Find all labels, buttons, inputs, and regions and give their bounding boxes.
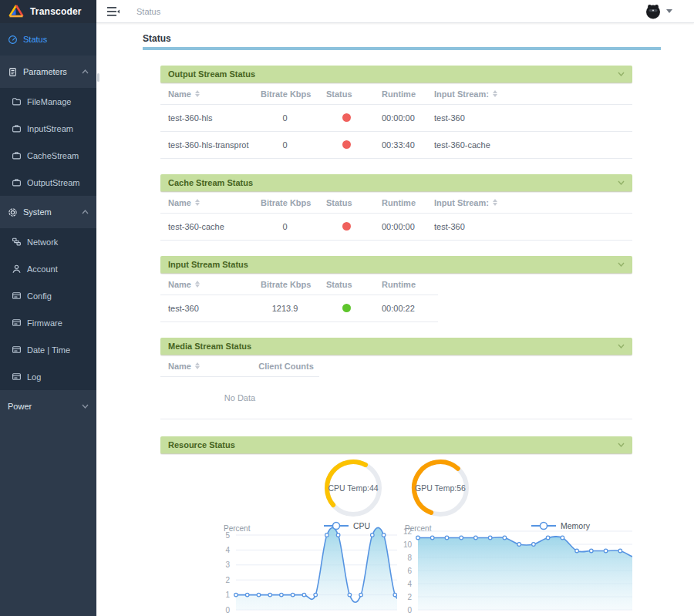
sidebar-item-config[interactable]: Config <box>0 282 96 309</box>
sidebar-item-power[interactable]: Power <box>0 390 96 422</box>
sidebar-item-log[interactable]: Log <box>0 363 96 390</box>
sidebar: Transcoder StatusParametersFileManageInp… <box>0 0 96 616</box>
sidebar-item-filemanage[interactable]: FileManage <box>0 88 96 115</box>
sidebar-item-label: InputStream <box>27 124 73 133</box>
list-icon <box>8 67 18 77</box>
chevron-down-icon <box>82 404 89 409</box>
svg-text:CPU: CPU <box>353 521 370 530</box>
column-header[interactable]: Name <box>168 362 253 371</box>
stream-icon <box>12 150 22 160</box>
logo-icon <box>8 4 25 19</box>
column-header: Bitrate Kbps <box>261 89 326 99</box>
table-row: test-360-cache000:00:00test-360 <box>160 214 632 241</box>
topbar-right <box>645 4 694 19</box>
panel-title: Input Stream Status <box>168 260 248 269</box>
sidebar-item-label: Config <box>27 291 52 301</box>
sort-icon[interactable] <box>195 90 200 97</box>
cpu-usage-chart: Percent012345CPU <box>207 519 397 616</box>
table-row: test-360-hls-transprot000:33:40test-360-… <box>160 132 632 159</box>
panel-header-output-stream[interactable]: Output Stream Status <box>160 66 632 83</box>
table-header-row: NameBitrate KbpsStatusRuntimeInput Strea… <box>160 192 632 214</box>
sort-icon[interactable] <box>195 362 200 369</box>
table-cell: 00:33:40 <box>382 140 434 150</box>
svg-text:8: 8 <box>407 554 412 562</box>
status-dot <box>342 140 351 149</box>
avatar-caret-icon[interactable] <box>666 9 672 13</box>
sidebar-item-label: CacheStream <box>27 151 79 160</box>
sort-icon[interactable] <box>195 199 200 206</box>
sidebar-item-status[interactable]: Status <box>0 23 96 56</box>
card-icon <box>12 318 22 328</box>
table-header-row: NameClient Counts <box>160 355 319 377</box>
sidebar-item-cachestream[interactable]: CacheStream <box>0 142 96 169</box>
svg-text:3: 3 <box>225 560 230 569</box>
panel-header-input-stream[interactable]: Input Stream Status <box>160 256 632 274</box>
column-header: Bitrate Kbps <box>261 198 326 207</box>
panel-header-resource[interactable]: Resource Status <box>160 436 632 454</box>
card-icon <box>12 372 22 382</box>
column-header: Status <box>326 89 382 99</box>
sidebar-item-firmware[interactable]: Firmware <box>0 309 96 336</box>
column-header[interactable]: Name <box>168 89 261 99</box>
panel-resource: Resource Status CPU Temp:44 GPU Temp:56 … <box>160 436 632 616</box>
chevron-down-icon <box>618 262 625 267</box>
panel-header-cache-stream[interactable]: Cache Stream Status <box>160 174 632 192</box>
stream-icon <box>12 177 22 187</box>
panel-title: Output Stream Status <box>168 69 255 79</box>
sort-icon[interactable] <box>195 281 200 288</box>
sidebar-item-account[interactable]: Account <box>0 255 96 282</box>
table-cell: test-360-hls <box>168 113 261 123</box>
sidebar-item-label: Log <box>27 372 41 382</box>
column-header[interactable]: Name <box>168 198 261 207</box>
table-row: test-3601213.900:00:22 <box>160 295 438 322</box>
gpu-temp-gauge: GPU Temp:56 <box>409 457 471 519</box>
column-header: Runtime <box>382 89 434 99</box>
status-cell <box>326 113 382 123</box>
status-dot <box>342 304 351 312</box>
gauge-icon <box>8 35 18 45</box>
panel-input-stream: Input Stream Status NameBitrate KbpsStat… <box>160 256 632 322</box>
panel-header-media-stream[interactable]: Media Stream Status <box>160 338 632 355</box>
sidebar-item-outputstream[interactable]: OutputStream <box>0 169 96 196</box>
sidebar-item-date-time[interactable]: Date | Time <box>0 336 96 363</box>
table-cell: test-360-cache <box>434 140 632 150</box>
table-cell: test-360 <box>434 222 632 231</box>
sidebar-menu: StatusParametersFileManageInputStreamCac… <box>0 23 96 422</box>
temperature-gauges: CPU Temp:44 GPU Temp:56 <box>160 457 632 519</box>
table-bottom-border <box>160 419 632 419</box>
memory-usage-chart: Percent024681012Memory <box>397 519 632 616</box>
sidebar-item-network[interactable]: Network <box>0 228 96 255</box>
sidebar-item-parameters[interactable]: Parameters <box>0 56 96 88</box>
column-header[interactable]: Name <box>168 280 261 289</box>
svg-text:1: 1 <box>225 591 230 599</box>
logo: Transcoder <box>0 0 96 23</box>
sidebar-item-system[interactable]: System <box>0 196 96 228</box>
sort-icon[interactable] <box>493 199 497 206</box>
stream-icon <box>12 123 22 133</box>
table-cell: test-360-cache <box>168 222 261 231</box>
table-cell: 0 <box>261 140 326 150</box>
sidebar-fold-icon[interactable] <box>107 6 120 17</box>
sidebar-item-label: Date | Time <box>27 345 70 355</box>
svg-text:GPU Temp:56: GPU Temp:56 <box>415 483 466 493</box>
table-empty-text: No Data <box>160 377 319 419</box>
chevron-down-icon <box>618 443 625 447</box>
card-icon <box>12 345 22 355</box>
main-content: Status Output Stream Status NameBitrate … <box>96 24 694 616</box>
table-row: test-360-hls000:00:00test-360 <box>160 105 632 132</box>
sidebar-item-inputstream[interactable]: InputStream <box>0 115 96 142</box>
sort-icon[interactable] <box>493 90 497 97</box>
sidebar-item-label: Parameters <box>23 67 67 76</box>
table-cell: 0 <box>261 113 326 123</box>
column-header[interactable]: Input Stream: <box>434 198 632 207</box>
table-header-row: NameBitrate KbpsStatusRuntimeInput Strea… <box>160 83 632 105</box>
folder-icon <box>12 96 22 106</box>
logo-text: Transcoder <box>30 6 82 17</box>
output-stream-table: NameBitrate KbpsStatusRuntimeInput Strea… <box>160 83 632 159</box>
status-cell <box>326 304 382 314</box>
column-header[interactable]: Input Stream: <box>434 89 632 99</box>
scrollbar-thumb[interactable] <box>97 73 99 82</box>
column-header: Status <box>326 198 382 207</box>
column-header: Status <box>326 280 382 289</box>
user-avatar[interactable] <box>645 4 661 19</box>
